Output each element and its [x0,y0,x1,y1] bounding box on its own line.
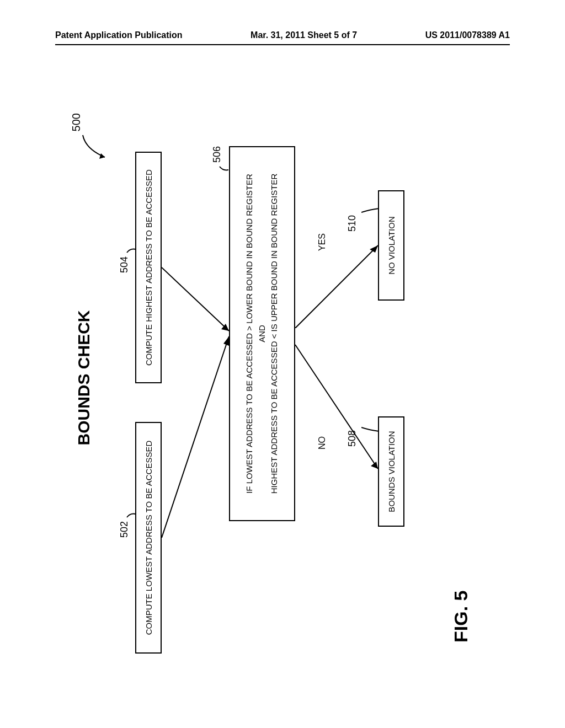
header-patent-number: US 2011/0078389 A1 [425,30,510,40]
box-508-text: BOUNDS VIOLATION [387,431,396,512]
ref-label-508: 508 [347,430,358,447]
leader-tick-506 [218,165,230,176]
header-publication: Patent Application Publication [55,30,183,40]
box-506-line2: AND [256,325,269,342]
ref-label-502: 502 [119,521,130,538]
svg-line-7 [295,245,378,328]
box-504-text: COMPUTE HIGHEST ADDRESS TO BE ACCESSED [144,169,153,366]
svg-line-5 [295,345,378,469]
svg-marker-0 [99,153,105,159]
svg-line-3 [162,267,229,331]
page-header: Patent Application Publication Mar. 31, … [0,30,565,40]
header-date-sheet: Mar. 31, 2011 Sheet 5 of 7 [250,30,357,40]
figure-label: FIG. 5 [450,591,472,643]
ref-label-506: 506 [211,146,223,163]
box-no-violation: NO VIOLATION [378,190,404,301]
box-506-line3: HIGHEST ADDRESS TO BE ACCESSED < IS UPPE… [268,174,281,494]
arrow-506-to-508 [295,339,381,472]
svg-line-1 [162,336,229,538]
leader-curve-500 [80,132,108,160]
svg-marker-2 [223,336,229,346]
ref-label-504: 504 [119,256,130,273]
box-502-text: COMPUTE LOWEST ADDRESS TO BE ACCESSED [144,441,153,635]
box-compute-highest: COMPUTE HIGHEST ADDRESS TO BE ACCESSED [135,152,162,383]
box-bounds-violation: BOUNDS VIOLATION [378,416,404,527]
ref-label-500: 500 [70,113,83,131]
svg-marker-8 [370,245,378,253]
diagram-title: BOUNDS CHECK [74,310,93,445]
box-506-line1: IF LOWEST ADDRESS TO BE ACCESSED > LOWER… [243,174,256,494]
box-compute-lowest: COMPUTE LOWEST ADDRESS TO BE ACCESSED [135,422,162,654]
box-510-text: NO VIOLATION [387,216,396,275]
ref-label-510: 510 [347,215,358,232]
box-condition-check: IF LOWEST ADDRESS TO BE ACCESSED > LOWER… [229,146,295,521]
header-divider [55,44,510,45]
arrow-506-to-510 [295,240,381,328]
arrow-502-to-506 [162,328,233,538]
arrow-504-to-506 [162,262,233,334]
diagram-container: BOUNDS CHECK 500 502 COMPUTE LOWEST ADDR… [0,163,565,593]
